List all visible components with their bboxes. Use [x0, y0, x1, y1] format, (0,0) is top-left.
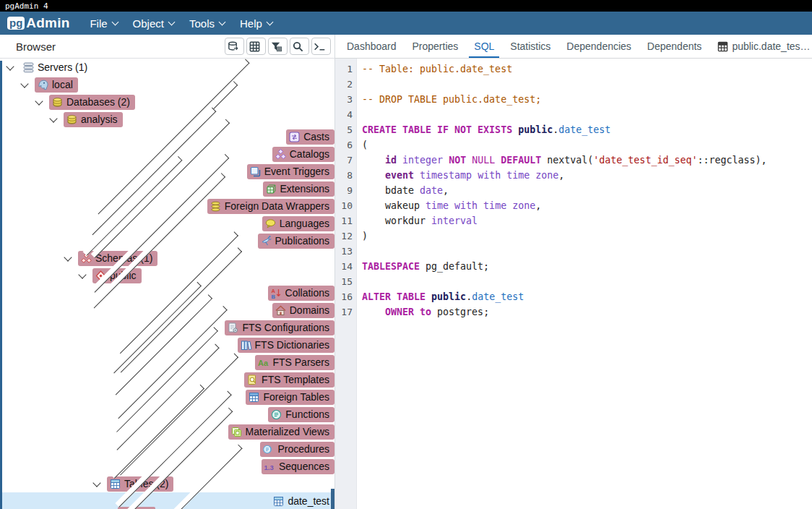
tree-item-fts-dictionaries[interactable]: FTS Dictionaries	[0, 336, 334, 354]
code-token: date_test	[472, 291, 524, 302]
database-icon	[66, 114, 78, 126]
chevron-down-icon[interactable]	[6, 62, 14, 70]
tree-item-tables-2[interactable]: Tables (2)	[0, 475, 334, 492]
menu-label: Object	[133, 17, 164, 30]
menu-items: FileObjectToolsHelp	[90, 17, 287, 30]
tree-item-date-test[interactable]: date_test	[0, 492, 334, 509]
tree-item-public[interactable]: public	[0, 267, 334, 284]
tree-item-content: Procedures	[260, 442, 334, 457]
filter-grid-icon	[270, 40, 282, 53]
table-grid-icon	[717, 41, 728, 52]
code-token: -- DROP TABLE public.date_test;	[362, 94, 541, 105]
menu-help[interactable]: Help	[240, 17, 272, 30]
browser-panel-header: Browser	[0, 35, 334, 59]
chevron-down-icon[interactable]	[64, 253, 72, 261]
psql-tool-button[interactable]	[311, 38, 331, 55]
tree-item-foreign-tables[interactable]: Foreign Tables	[0, 388, 334, 406]
tree-item-content: FTS Templates	[244, 372, 334, 388]
chevron-down-icon	[219, 18, 226, 25]
search-objects-button[interactable]	[290, 38, 309, 55]
code-token	[362, 155, 385, 166]
filtered-rows-button[interactable]	[268, 38, 288, 55]
tree-item-extensions[interactable]: Extensions	[0, 180, 334, 197]
menu-tools[interactable]: Tools	[189, 17, 225, 30]
line-number: 7	[335, 153, 356, 168]
tab-label: Statistics	[510, 40, 550, 52]
tree-item-procedures[interactable]: Procedures	[0, 440, 334, 458]
code-token	[362, 170, 385, 181]
tab-dependencies[interactable]: Dependencies	[566, 35, 631, 59]
code-line-12: )	[362, 228, 767, 244]
code-line-9: bdate date,	[362, 183, 767, 198]
chevron-down-icon[interactable]	[92, 479, 100, 487]
tab-sql[interactable]: SQL	[469, 35, 499, 59]
chevron-down-icon[interactable]	[49, 114, 57, 122]
code-token: nextval(	[541, 155, 593, 166]
fts-parsers-icon: Aa	[257, 356, 269, 369]
tree-item-label: Collations	[285, 287, 329, 299]
svg-text:Aa: Aa	[258, 358, 269, 367]
tab-statistics[interactable]: Statistics	[510, 35, 550, 59]
tree-item-fts-parsers[interactable]: AaFTS Parsers	[0, 354, 334, 371]
tree-item-materialized-views[interactable]: Materialized Views	[0, 423, 334, 440]
menu-file[interactable]: File	[90, 17, 117, 30]
tab-public-date-tes[interactable]: public.date_tes…	[717, 35, 810, 59]
sql-editor[interactable]: 1234567891011121314151617 -- Table: publ…	[335, 59, 812, 509]
code-token: NULL	[472, 155, 495, 166]
tab-label: Properties	[413, 40, 459, 52]
line-number: 12	[335, 228, 356, 244]
tree-item-publications[interactable]: Publications	[0, 232, 334, 249]
line-number: 15	[335, 274, 356, 289]
line-number: 1	[335, 61, 356, 77]
code-token: OWNER to	[385, 307, 431, 317]
main-layout: Browser Servers (1)localDatabases (2)ana…	[0, 35, 812, 509]
sequences-icon: 1.3	[264, 461, 276, 473]
line-number: 10	[335, 198, 356, 213]
chevron-down-icon[interactable]	[35, 97, 43, 105]
chevron-down-icon[interactable]	[20, 80, 28, 87]
tree-item-label: Publications	[275, 235, 330, 247]
tree-item-content: ABCollations	[268, 286, 334, 301]
sql-code[interactable]: -- Table: public.date_test-- DROP TABLE …	[357, 59, 767, 509]
tree-item-schemas-1[interactable]: Schemas (1)	[0, 249, 334, 267]
code-token: public	[518, 124, 553, 135]
tree-item-label: Foreign Data Wrappers	[225, 200, 329, 212]
chevron-down-icon	[168, 18, 176, 25]
fts-configurations-icon	[227, 322, 239, 334]
tab-dependents[interactable]: Dependents	[647, 35, 702, 59]
tree-scrollbar-thumb[interactable]	[331, 489, 334, 509]
menu-object[interactable]: Object	[133, 17, 174, 30]
view-data-button[interactable]	[246, 38, 266, 55]
tree-item-label: Databases (2)	[66, 96, 130, 108]
terminal-icon	[314, 40, 326, 53]
tree-item-databases-2[interactable]: Databases (2)	[0, 93, 334, 111]
tree-item-content: analysis	[64, 112, 123, 127]
tree-item-analysis[interactable]: analysis	[0, 111, 334, 128]
code-token: timestamp with time zone	[420, 170, 558, 181]
code-token: date	[420, 185, 443, 196]
tree-item-sequences[interactable]: 1.3Sequences	[0, 458, 334, 475]
code-token	[443, 155, 449, 166]
code-token: id	[385, 155, 397, 166]
tree-item-label: analysis	[81, 114, 118, 125]
browser-tree: Servers (1)localDatabases (2)analysisCas…	[0, 59, 334, 509]
chevron-down-icon[interactable]	[78, 270, 86, 278]
tree-item-local[interactable]: local	[0, 76, 334, 93]
svg-text:1.3: 1.3	[264, 463, 273, 471]
tab-properties[interactable]: Properties	[413, 35, 459, 59]
servers-icon	[22, 61, 35, 74]
tree-item-collations[interactable]: ABCollations	[0, 284, 334, 301]
tree-item-servers-1[interactable]: Servers (1)	[0, 59, 334, 76]
browser-panel-title: Browser	[16, 40, 223, 53]
object-select-button[interactable]	[225, 38, 244, 55]
tree-item-casts[interactable]: Casts	[0, 128, 334, 145]
tree-item-fts-templates[interactable]: FTS Templates	[0, 371, 334, 388]
line-number: 6	[335, 137, 356, 153]
foreign-tables-icon	[248, 391, 260, 403]
pgadmin-logo[interactable]: pg Admin	[7, 15, 69, 31]
tree-item-content: Languages	[262, 216, 334, 231]
tree-item-content: Catalogs	[272, 147, 334, 162]
tab-dashboard[interactable]: Dashboard	[347, 35, 397, 59]
tree-item-content: local	[35, 77, 78, 93]
code-token: ::regclass),	[697, 155, 766, 166]
